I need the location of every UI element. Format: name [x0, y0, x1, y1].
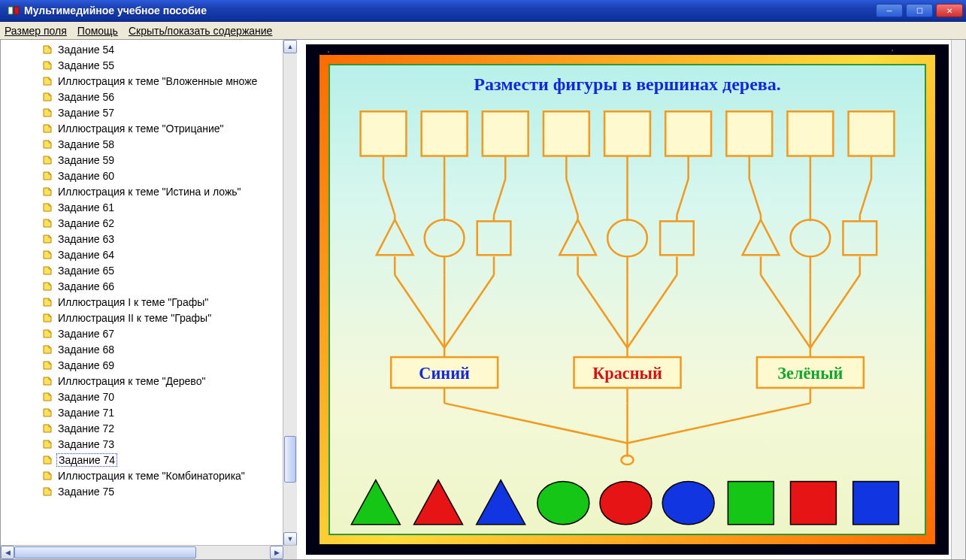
menu-toggle-toc[interactable]: Скрыть/показать содержание: [129, 25, 272, 37]
sidebar: Задание 54Задание 55Иллюстрация к теме "…: [1, 40, 298, 41]
minimize-button[interactable]: ─: [876, 4, 903, 17]
menu-field-size[interactable]: Размер поля: [5, 25, 67, 37]
close-button[interactable]: ✕: [936, 4, 963, 17]
window-titlebar: Мультимедийное учебное пособие ─ ☐ ✕: [0, 0, 966, 22]
svg-rect-0: [8, 7, 13, 14]
content-vertical-scrollbar[interactable]: [951, 40, 965, 41]
vertical-scrollbar[interactable]: ▲ ▼: [283, 40, 297, 41]
menu-help[interactable]: Помощь: [77, 25, 118, 37]
scroll-up-button[interactable]: ▲: [283, 40, 297, 41]
menu-bar: Размер поля Помощь Скрыть/показать содер…: [0, 22, 966, 41]
window-title: Мультимедийное учебное пособие: [24, 5, 876, 17]
toc-tree[interactable]: Задание 54Задание 55Иллюстрация к теме "…: [1, 40, 297, 41]
maximize-button[interactable]: ☐: [906, 4, 933, 17]
svg-rect-1: [14, 7, 19, 14]
content-area: Размести фигуры в вершинах дерева. Синий…: [297, 40, 965, 41]
app-icon: [8, 5, 20, 17]
